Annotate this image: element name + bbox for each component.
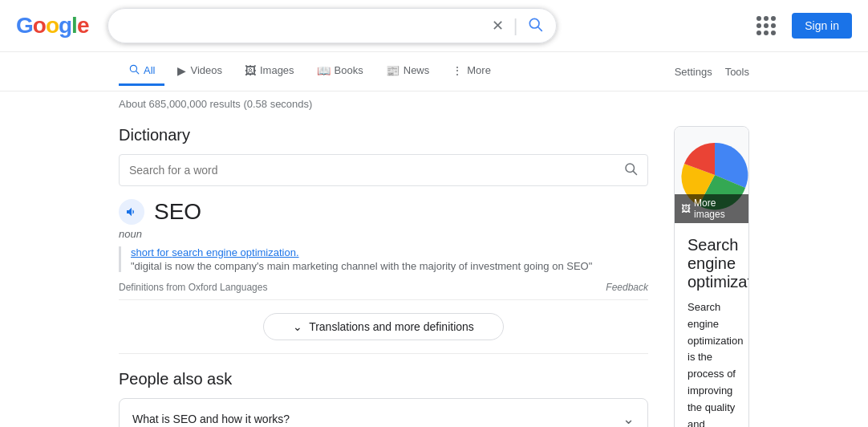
header-right: Sign in xyxy=(750,10,852,42)
tab-news[interactable]: 📰 News xyxy=(376,58,440,86)
definitions-footer: Definitions from Oxford Languages Feedba… xyxy=(119,282,648,293)
kp-description: Search engine optimization is the proces… xyxy=(688,299,736,427)
left-column: Dictionary SEO noun short for search eng… xyxy=(119,116,648,427)
def-prefix: short for xyxy=(131,246,172,258)
tab-videos-label: Videos xyxy=(190,64,222,76)
word-text: SEO xyxy=(154,199,201,225)
paa-title: People also ask xyxy=(119,370,648,388)
paa-section: People also ask What is SEO and how it w… xyxy=(119,370,648,427)
translations-chevron: ⌄ xyxy=(293,320,302,333)
tools-link[interactable]: Tools xyxy=(725,66,749,78)
images-icon: 🖼 xyxy=(245,64,256,77)
videos-icon: ▶ xyxy=(177,64,186,77)
paa-item-0[interactable]: What is SEO and how it works? ⌄ xyxy=(119,398,648,427)
tab-videos[interactable]: ▶ Videos xyxy=(168,58,232,86)
knowledge-panel: SEO 🔍 📊 🔗 xyxy=(674,126,749,427)
def-example: "digital is now the company's main marke… xyxy=(131,260,648,272)
tab-more[interactable]: ⋮ More xyxy=(442,58,501,86)
def-short: short for search engine optimization. xyxy=(131,246,648,258)
definitions-source: Definitions from Oxford Languages xyxy=(119,282,267,293)
tab-more-label: More xyxy=(467,64,491,76)
header: Google what is SEO ✕ | Sign in xyxy=(0,0,868,52)
kp-title-row: Search engine optimization xyxy=(688,236,736,291)
dictionary-title: Dictionary xyxy=(119,126,648,144)
kp-desc-text1: Search engine optimization is the proces… xyxy=(688,301,743,427)
word-row: SEO xyxy=(119,199,648,225)
dict-search-box xyxy=(119,154,648,186)
more-images-label: More images xyxy=(694,197,748,220)
def-link[interactable]: search engine optimization xyxy=(172,246,296,258)
results-count: About 685,000,000 results (0.58 seconds) xyxy=(0,92,868,116)
search-input[interactable]: what is SEO xyxy=(121,18,485,33)
more-images-overlay[interactable]: 🖼 More images xyxy=(675,194,748,223)
tab-books[interactable]: 📖 Books xyxy=(307,58,373,86)
tab-news-label: News xyxy=(404,64,430,76)
tab-images[interactable]: 🖼 Images xyxy=(235,58,304,86)
news-icon: 📰 xyxy=(386,64,400,77)
kp-pie-image[interactable]: 🖼 More images xyxy=(675,127,748,223)
word-pos: noun xyxy=(119,228,648,240)
search-divider: | xyxy=(513,15,518,36)
search-bar: what is SEO ✕ | xyxy=(107,8,557,43)
svg-line-1 xyxy=(538,26,542,31)
definition-block: short for search engine optimization. "d… xyxy=(119,246,648,272)
kp-title: Search engine optimization xyxy=(688,236,749,291)
translations-label: Translations and more definitions xyxy=(309,320,474,333)
speaker-button[interactable] xyxy=(119,199,144,225)
search-icon[interactable] xyxy=(527,16,543,36)
divider-top xyxy=(119,299,648,300)
svg-line-3 xyxy=(136,71,139,74)
camera-icon: 🖼 xyxy=(681,203,691,214)
all-icon xyxy=(128,63,140,77)
nav-settings: Settings Tools xyxy=(675,66,749,78)
def-suffix: . xyxy=(296,246,299,258)
translations-button[interactable]: ⌄ Translations and more definitions xyxy=(263,313,504,340)
dictionary-section: Dictionary SEO noun short for search eng… xyxy=(119,126,648,354)
feedback-link[interactable]: Feedback xyxy=(606,282,648,293)
clear-search-icon[interactable]: ✕ xyxy=(492,17,504,35)
paa-item-label-0: What is SEO and how it works? xyxy=(132,413,290,425)
right-column: SEO 🔍 📊 🔗 xyxy=(674,126,749,427)
main-layout: Dictionary SEO noun short for search eng… xyxy=(0,116,868,427)
kp-content: Search engine optimization Search engine… xyxy=(675,223,748,427)
dict-search-input[interactable] xyxy=(129,164,617,177)
kp-images: SEO 🔍 📊 🔗 xyxy=(675,127,748,223)
apps-icon[interactable] xyxy=(750,10,782,42)
tab-books-label: Books xyxy=(335,64,363,76)
google-logo: Google xyxy=(16,13,88,39)
settings-link[interactable]: Settings xyxy=(675,66,712,78)
signin-button[interactable]: Sign in xyxy=(792,13,852,39)
tab-all[interactable]: All xyxy=(119,57,164,86)
tab-images-label: Images xyxy=(260,64,294,76)
paa-chevron-0: ⌄ xyxy=(623,410,635,427)
divider-bottom xyxy=(119,353,648,354)
dict-search-icon[interactable] xyxy=(623,161,638,179)
nav-tabs: All ▶ Videos 🖼 Images 📖 Books 📰 News ⋮ M… xyxy=(0,52,868,92)
books-icon: 📖 xyxy=(317,64,331,77)
more-icon: ⋮ xyxy=(452,64,463,77)
tab-all-label: All xyxy=(144,64,155,76)
svg-line-5 xyxy=(633,171,636,174)
